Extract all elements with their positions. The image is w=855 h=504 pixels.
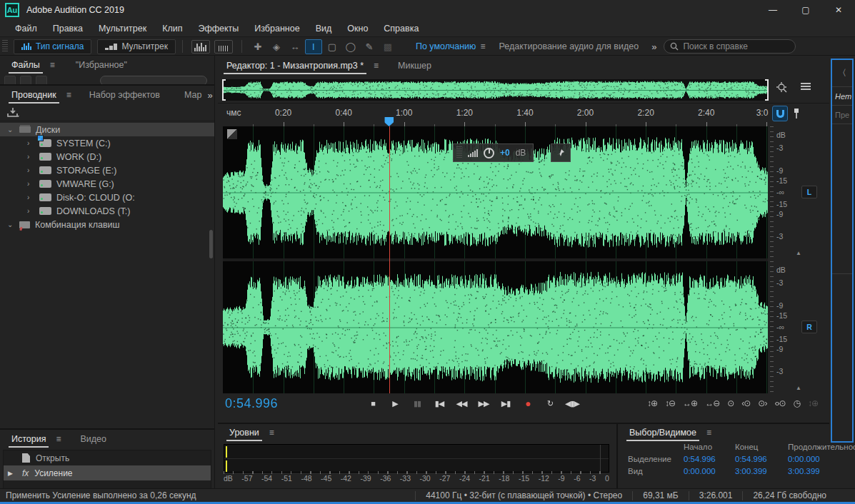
gain-knob-icon[interactable] [484, 148, 494, 158]
skip-to-end-button[interactable]: ▶▮ [497, 395, 514, 411]
minimize-button[interactable]: — [756, 0, 789, 20]
zoom-reset-button[interactable]: ⊙ [727, 398, 734, 408]
history-item-amplify[interactable]: ▶ fx Усиление [4, 465, 211, 480]
amplitude-scale-column[interactable]: dB-3-9-15-∞-15-9-3L▲dB-3-9-15-∞-15-9-3R▲ [770, 126, 829, 393]
spectral-view-icon[interactable] [214, 40, 233, 54]
waveform-mode-button[interactable]: Тип сигнала [14, 39, 91, 54]
toolbar-grip[interactable] [2, 40, 8, 53]
history-item-open[interactable]: Открыть [4, 450, 211, 465]
hud-gain-value[interactable]: +0 [500, 148, 510, 158]
hud-pin-button[interactable] [551, 143, 571, 162]
move-tool[interactable]: ✚ [249, 39, 266, 54]
zoom-out-vertical-button[interactable]: ↕⊖ [665, 398, 675, 408]
expand-arrow-icon[interactable]: › [27, 180, 34, 188]
scale-scroll-arrow-icon[interactable]: ▲ [796, 250, 801, 256]
menu-item-Правка[interactable]: Правка [45, 21, 91, 36]
fast-forward-button[interactable]: ▶▶ [475, 395, 492, 411]
time-selection-tool[interactable]: ↔ [286, 39, 304, 54]
tree-node-shortcuts[interactable]: ⌄ Комбинация клавиш [0, 218, 214, 231]
selection-value[interactable]: 3:00.399 [788, 467, 855, 475]
menu-item-Эффекты[interactable]: Эффекты [190, 21, 246, 36]
hud-grip[interactable] [456, 146, 462, 159]
zoom-navigate-icon[interactable] [775, 81, 789, 94]
timeline-ruler[interactable]: чмс 0:200:401:001:201:402:002:202:403:0 [223, 104, 768, 127]
menu-item-Клип[interactable]: Клип [154, 21, 190, 36]
zoom-to-selection-button[interactable]: ‹›⊙ [774, 398, 785, 408]
tree-node-drives[interactable]: ⌄ Диски [0, 123, 214, 136]
stop-button[interactable]: ■ [364, 395, 381, 411]
collapse-arrow-icon[interactable]: ⌄ [7, 126, 14, 133]
selection-value[interactable]: 3:00.399 [735, 467, 788, 475]
channel-right-badge[interactable]: R [801, 321, 817, 333]
zoom-out-horizontal-button[interactable]: ↔⊖ [705, 398, 719, 408]
tree-scrollbar[interactable] [209, 230, 213, 258]
marker-pin-icon[interactable] [792, 107, 801, 120]
collapse-arrow-icon[interactable]: ⌄ [7, 221, 14, 228]
expand-arrow-icon[interactable]: › [27, 153, 34, 161]
maximize-button[interactable]: ▢ [789, 0, 822, 20]
close-button[interactable]: ✕ [822, 0, 855, 20]
selection-value[interactable]: 0:54.996 [684, 455, 735, 463]
expand-arrow-icon[interactable]: › [27, 207, 34, 215]
help-search-box[interactable] [664, 39, 796, 54]
tab-files[interactable]: Файлы [6, 57, 46, 74]
zoom-to-in-point-button[interactable]: ‹⊙ [741, 398, 750, 408]
tab-history[interactable]: История [6, 431, 51, 448]
pause-button[interactable]: ▮▮ [409, 395, 426, 411]
explorer-tabs-overflow-icon[interactable]: » [207, 90, 211, 101]
expand-arrow-icon[interactable]: › [27, 193, 34, 201]
tab-explorer[interactable]: Проводник [6, 87, 62, 104]
tree-node-drive[interactable]: ›SYSTEM (C:) [0, 136, 214, 150]
explorer-panel-menu-icon[interactable]: ≡ [66, 90, 71, 100]
tab-mixer[interactable]: Микшер [392, 58, 437, 74]
levels-panel-menu-icon[interactable]: ≡ [269, 428, 274, 438]
menu-item-Вид[interactable]: Вид [308, 21, 340, 36]
expand-arrow-icon[interactable]: › [27, 139, 34, 147]
channel-left-badge[interactable]: L [801, 186, 817, 198]
workspace-active-label[interactable]: По умолчанию [416, 41, 476, 51]
spot-healing-tool[interactable]: ▩ [379, 39, 396, 54]
record-button[interactable]: ● [519, 395, 536, 411]
panel-collapse-icon[interactable]: 〈 [832, 60, 852, 87]
panel-list-icon[interactable] [799, 81, 812, 93]
timer-button[interactable]: ◷ [793, 398, 799, 408]
search-input[interactable] [683, 41, 783, 51]
waveform-view-icon[interactable] [191, 40, 210, 54]
tab-effects-rack[interactable]: Набор эффектов [84, 87, 166, 104]
zoom-in-vertical-button[interactable]: ↕⊕ [647, 398, 657, 408]
ibeam-tool[interactable]: I [305, 39, 322, 54]
waveform-channel-right[interactable] [223, 261, 768, 393]
tab-selection-view[interactable]: Выбор/Видимое [624, 425, 702, 441]
skip-selection-button[interactable]: ◀▮▶ [564, 395, 581, 411]
selection-value[interactable]: 0:00.000 [788, 455, 855, 463]
time-display[interactable]: 0:54.996 [225, 396, 304, 411]
snap-toggle-button[interactable] [772, 106, 788, 121]
play-button[interactable]: ▶ [386, 395, 404, 411]
editor-panel-menu-icon[interactable]: ≡ [374, 61, 378, 71]
tab-markers[interactable]: Мар [179, 87, 207, 104]
tree-node-drive[interactable]: ›DOWNLOADS (T:) [0, 204, 214, 218]
files-panel-menu-icon[interactable]: ≡ [50, 60, 54, 70]
selection-panel-menu-icon[interactable]: ≡ [706, 428, 711, 438]
marquee-selection-tool[interactable]: ▢ [324, 39, 341, 54]
overview-range-handle-right[interactable] [765, 79, 769, 101]
tab-levels[interactable]: Уровни [224, 425, 265, 441]
rewind-button[interactable]: ◀◀ [453, 395, 470, 411]
overview-range-handle-left[interactable] [222, 79, 226, 101]
collapsed-right-panel[interactable]: 〈 Нет Пре [831, 59, 854, 443]
loop-playback-button[interactable]: ↻ [541, 395, 559, 411]
multitrack-mode-button[interactable]: Мультитрек [97, 39, 175, 54]
tab-favorites[interactable]: "Избранное" [70, 57, 133, 74]
history-panel-menu-icon[interactable]: ≡ [56, 434, 60, 444]
tree-node-drive[interactable]: ›WORK (D:) [0, 150, 214, 163]
skip-to-start-button[interactable]: ▮◀ [431, 395, 448, 411]
vertical-zoom-button[interactable]: ↕⊕ [808, 398, 818, 408]
selection-value[interactable]: 0:00.000 [684, 467, 735, 475]
menu-item-Файл[interactable]: Файл [7, 21, 45, 36]
zoom-in-horizontal-button[interactable]: ↔⊕ [683, 398, 697, 408]
workspace-overflow-icon[interactable]: » [651, 41, 655, 52]
tab-video[interactable]: Видео [75, 431, 113, 448]
waveform-overview[interactable] [223, 79, 768, 101]
workspace-secondary-label[interactable]: Редактирование аудио для видео [499, 41, 639, 51]
import-download-icon[interactable] [7, 107, 20, 118]
